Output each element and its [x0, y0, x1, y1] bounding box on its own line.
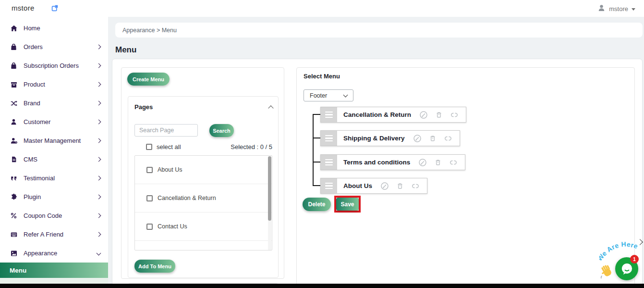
sidebar-submenu-menu-active[interactable]: Menu — [0, 263, 108, 278]
chevron-down-icon — [343, 92, 348, 97]
sidebar-item-master-management[interactable]: Master Management — [0, 131, 108, 150]
submenu-strip — [0, 278, 108, 284]
page-title: Menu — [115, 45, 136, 55]
tree-connector-line — [313, 114, 314, 186]
unlink-icon[interactable] — [450, 110, 459, 120]
menu-select-value: Footer — [310, 92, 344, 99]
chevron-right-icon — [97, 82, 101, 87]
edit-icon[interactable] — [418, 158, 427, 167]
edit-icon[interactable] — [413, 134, 422, 143]
sidebar-item-subscription-orders[interactable]: Subscription Orders — [0, 56, 108, 75]
plugin-icon — [10, 193, 18, 201]
delete-icon[interactable] — [434, 158, 442, 167]
page-list: About Us Cancellation & Return Contact U… — [134, 155, 272, 250]
select-menu-label: Select Menu — [304, 73, 340, 80]
drag-handle-icon[interactable] — [321, 178, 337, 193]
edit-icon[interactable] — [419, 110, 428, 120]
customer-icon — [10, 118, 18, 126]
user-menu[interactable]: mstore — [597, 4, 635, 13]
menu-item-row[interactable]: About Us — [320, 178, 427, 194]
chevron-down-icon — [97, 251, 101, 256]
testimonial-icon — [10, 174, 18, 182]
chevron-right-icon — [97, 213, 101, 218]
drag-handle-icon[interactable] — [321, 155, 337, 170]
select-all-checkbox[interactable] — [146, 144, 152, 150]
brand-logo[interactable]: mstore — [12, 4, 35, 12]
menu-item-row[interactable]: Terms and conditions — [320, 154, 465, 170]
delete-icon[interactable] — [396, 182, 404, 190]
refer-a-friend-icon — [10, 230, 18, 238]
sidebar-item-product[interactable]: Product — [0, 75, 108, 94]
delete-icon[interactable] — [435, 111, 443, 119]
sidebar-item-testimonial[interactable]: Testimonial — [0, 169, 108, 188]
chevron-up-icon — [268, 105, 273, 111]
save-button-highlight: Save — [334, 196, 361, 213]
page-row[interactable]: Cancellation & Return — [135, 184, 272, 213]
brand-icon — [10, 99, 18, 107]
unlink-icon[interactable] — [449, 158, 458, 167]
search-button[interactable]: Search — [209, 124, 234, 137]
cms-icon — [10, 155, 18, 163]
master-management-icon — [10, 137, 18, 145]
page-checkbox[interactable] — [146, 195, 153, 201]
page-row[interactable]: Contact Us — [135, 213, 272, 241]
external-link-icon[interactable] — [51, 4, 59, 12]
sidebar-item-orders[interactable]: Orders — [0, 38, 108, 56]
add-to-menu-button[interactable]: Add To Menu — [134, 260, 175, 273]
page-checkbox[interactable] — [146, 167, 153, 173]
breadcrumb: Appearance > Menu — [115, 23, 643, 38]
bottom-black-bar — [0, 284, 644, 288]
caret-down-icon — [632, 8, 635, 11]
sidebar-item-coupon-code[interactable]: Coupon Code — [0, 206, 108, 225]
menu-item-row[interactable]: Shipping & Delivery — [320, 130, 460, 146]
chevron-right-icon — [97, 138, 101, 143]
unlink-icon[interactable] — [443, 134, 453, 143]
chevron-right-icon — [97, 101, 101, 106]
menu-item-row[interactable]: Cancellation & Return — [320, 107, 466, 123]
sidebar-item-plugin[interactable]: Plugin — [0, 188, 108, 206]
sidebar-item-brand[interactable]: Brand — [0, 94, 108, 113]
app-root: mstore mstore Home — [0, 0, 644, 288]
page-row[interactable]: About Us — [135, 156, 272, 184]
chevron-right-icon — [97, 195, 101, 200]
orders-icon — [10, 43, 18, 51]
chevron-right-icon — [97, 120, 101, 125]
waving-hand-icon — [600, 263, 615, 280]
search-page-input[interactable] — [134, 124, 198, 137]
sidebar-item-refer-a-friend[interactable]: Refer A Friend — [0, 225, 108, 244]
page-checkbox[interactable] — [146, 224, 153, 230]
appearance-icon — [10, 249, 18, 257]
pages-header-label: Pages — [134, 103, 153, 111]
sidebar-item-appearance[interactable]: Appearance — [0, 244, 108, 263]
edit-icon[interactable] — [380, 181, 389, 191]
chat-notification-badge[interactable]: 1 — [630, 255, 639, 263]
create-menu-button[interactable]: Create Menu — [127, 73, 170, 86]
sidebar-item-cms[interactable]: CMS — [0, 150, 108, 169]
save-button[interactable]: Save — [336, 198, 359, 211]
delete-button[interactable]: Delete — [303, 198, 331, 211]
subscription-orders-icon — [10, 62, 18, 70]
user-label: mstore — [609, 5, 628, 13]
drag-handle-icon[interactable] — [321, 107, 337, 122]
list-scrollbar-track[interactable] — [268, 156, 271, 250]
tree-connector-stub — [313, 138, 320, 138]
chevron-right-icon — [97, 63, 101, 68]
selected-count: Selected : 0 / 5 — [231, 143, 272, 150]
sidebar-item-home[interactable]: Home — [0, 19, 108, 38]
select-all-label: select all — [157, 143, 181, 150]
select-all-row: select all Selected : 0 / 5 — [146, 143, 272, 150]
chat-widget: We Are Here 1 — [598, 237, 644, 285]
chevron-right-icon — [97, 176, 101, 181]
pages-accordion-header[interactable]: Pages — [134, 103, 273, 111]
chat-bubble-icon — [620, 263, 633, 275]
coupon-code-icon — [10, 212, 18, 220]
sidebar-item-customer[interactable]: Customer — [0, 113, 108, 131]
chevron-right-icon — [97, 157, 101, 162]
drag-handle-icon[interactable] — [321, 131, 337, 146]
delete-icon[interactable] — [428, 134, 437, 143]
menu-select[interactable]: Footer — [304, 89, 353, 101]
page-row[interactable]: Shipping & Delivery — [135, 241, 272, 250]
user-icon — [597, 4, 606, 13]
list-scrollbar-thumb[interactable] — [268, 156, 271, 221]
unlink-icon[interactable] — [411, 181, 420, 191]
